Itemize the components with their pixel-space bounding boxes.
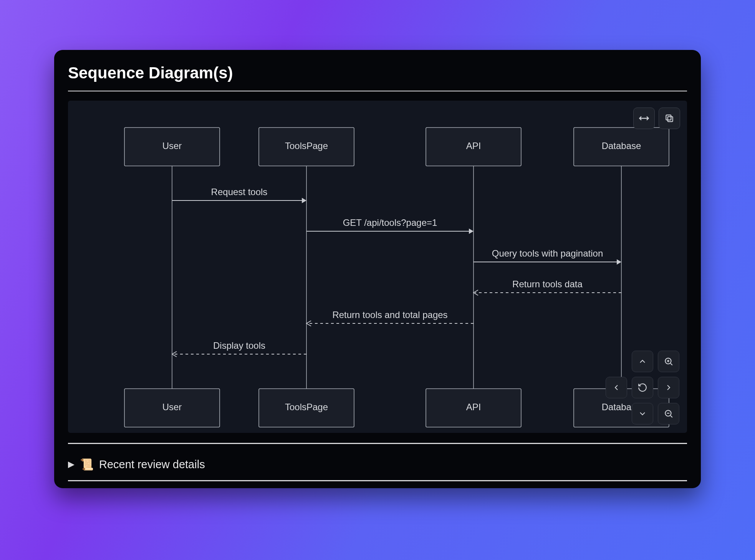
message-label: Request tools	[211, 187, 268, 197]
message-label: Return tools data	[512, 279, 583, 289]
disclosure-triangle-icon: ▶	[68, 459, 75, 469]
pan-right-button[interactable]	[658, 377, 679, 398]
pan-left-button[interactable]	[606, 377, 627, 398]
chevron-up-icon	[638, 357, 647, 366]
arrowhead-icon	[302, 198, 306, 203]
chevron-down-icon	[638, 409, 647, 418]
chevron-right-icon	[664, 383, 673, 392]
participant-label: ToolsPage	[285, 141, 328, 151]
refresh-icon	[637, 383, 647, 393]
pan-zoom-cluster	[606, 351, 679, 424]
diagram-top-tools	[633, 108, 680, 129]
panel: Sequence Diagram(s)	[54, 50, 701, 488]
participant-label: User	[162, 402, 182, 412]
arrows-horizontal-icon	[639, 113, 649, 124]
details-icon: 📜	[80, 458, 94, 471]
divider	[68, 443, 687, 444]
details-label: Recent review details	[99, 458, 205, 471]
participant-label: API	[466, 141, 481, 151]
arrowhead-icon	[617, 259, 621, 265]
svg-rect-0	[668, 117, 673, 122]
copy-icon	[664, 113, 674, 123]
svg-rect-1	[666, 115, 671, 120]
panel-title: Sequence Diagram(s)	[68, 64, 687, 82]
participant-label: Database	[602, 141, 641, 151]
message-label: Display tools	[213, 340, 265, 351]
fit-width-button[interactable]	[633, 108, 655, 129]
participant-label: User	[162, 141, 182, 151]
recent-review-details-toggle[interactable]: ▶ 📜 Recent review details	[68, 458, 687, 480]
participant-label: ToolsPage	[285, 402, 328, 412]
message-label: GET /api/tools?page=1	[343, 217, 437, 228]
chevron-left-icon	[612, 383, 621, 392]
zoom-in-icon	[664, 356, 674, 366]
zoom-out-icon	[664, 409, 674, 419]
sequence-diagram: UserToolsPageAPIDatabaseUserToolsPageAPI…	[68, 101, 687, 433]
zoom-in-button[interactable]	[658, 351, 679, 372]
arrowhead-icon	[469, 229, 474, 234]
message-label: Return tools and total pages	[332, 310, 447, 320]
pan-up-button[interactable]	[632, 351, 653, 372]
divider	[68, 91, 687, 91]
diagram-area: UserToolsPageAPIDatabaseUserToolsPageAPI…	[68, 101, 687, 433]
zoom-out-button[interactable]	[658, 403, 679, 424]
pan-down-button[interactable]	[632, 403, 653, 424]
copy-button[interactable]	[659, 108, 680, 129]
reset-view-button[interactable]	[632, 377, 653, 398]
divider	[68, 480, 687, 481]
message-label: Query tools with pagination	[492, 248, 603, 258]
participant-label: API	[466, 402, 481, 412]
